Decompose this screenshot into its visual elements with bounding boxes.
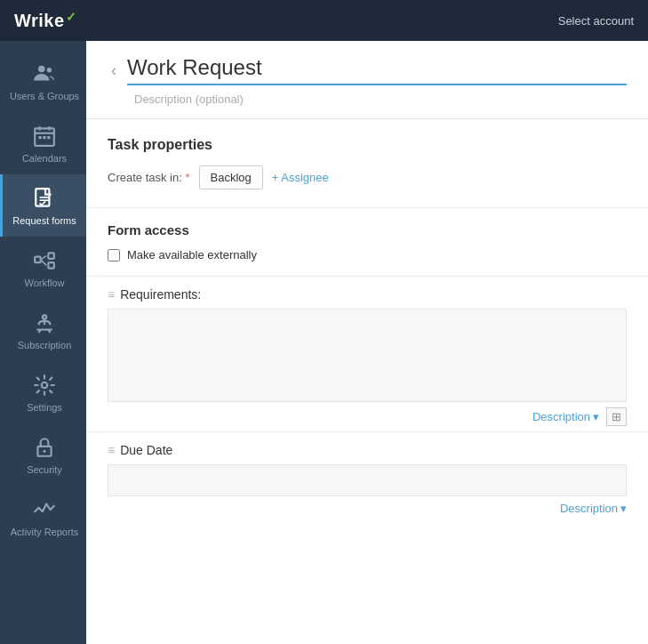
sidebar: Users & Groups Calendars [0, 41, 86, 644]
make-available-externally-label[interactable]: Make available externally [127, 248, 257, 262]
calendar-icon [31, 123, 58, 149]
required-indicator: * [185, 171, 189, 184]
table-icon-button[interactable]: ⊞ [606, 407, 627, 426]
svg-line-16 [41, 260, 47, 266]
sidebar-item-label: Activity Reports [11, 527, 78, 537]
workflow-icon [31, 247, 58, 274]
main-layout: Users & Groups Calendars [0, 41, 648, 644]
select-account-button[interactable]: Select account [558, 14, 634, 28]
make-available-externally-checkbox[interactable] [108, 249, 120, 262]
task-properties-title: Task properties [108, 137, 627, 153]
create-task-label: Create task in: * [108, 171, 190, 184]
form-title: Work Request [127, 55, 627, 85]
description-dropdown-label: Description [532, 410, 590, 423]
due-date-input[interactable] [108, 464, 627, 496]
form-header: ‹ Work Request Description (optional) [86, 41, 648, 119]
svg-rect-7 [43, 136, 45, 139]
sidebar-item-label: Calendars [22, 153, 67, 164]
form-access-section: Form access Make available externally [86, 208, 648, 277]
requirements-section: ≡ Requirements: Description ▾ ⊞ [86, 277, 648, 432]
security-icon [31, 434, 58, 461]
svg-rect-14 [48, 262, 54, 269]
settings-icon [31, 372, 58, 398]
req-header: ≡ Requirements: [108, 287, 627, 302]
svg-rect-8 [47, 136, 50, 139]
form-icon [31, 185, 58, 212]
sidebar-item-label: Request forms [12, 215, 76, 226]
requirements-textarea[interactable] [108, 309, 627, 402]
due-description-dropdown-label: Description [560, 502, 618, 515]
due-date-label: Due Date [120, 443, 172, 457]
sidebar-item-label: Users & Groups [10, 91, 79, 101]
sidebar-item-calendars[interactable]: Calendars [0, 112, 86, 174]
sidebar-item-request-forms[interactable]: Request forms [0, 174, 86, 237]
wrike-logo: Wrike✓ [14, 11, 76, 31]
back-button[interactable]: ‹ [108, 60, 120, 80]
svg-point-22 [42, 382, 48, 389]
requirements-description-dropdown[interactable]: Description ▾ [532, 410, 599, 423]
assignee-button[interactable]: + Assignee [272, 171, 329, 184]
svg-rect-13 [48, 253, 54, 259]
svg-point-24 [43, 450, 45, 453]
logo-checkmark: ✓ [66, 10, 77, 24]
backlog-button[interactable]: Backlog [199, 165, 263, 189]
sidebar-item-settings[interactable]: Settings [0, 361, 86, 423]
sidebar-item-label: Workflow [24, 278, 64, 288]
create-task-text: Create task in: [108, 171, 182, 184]
drag-handle-requirements[interactable]: ≡ [108, 287, 115, 302]
chevron-down-icon: ▾ [620, 502, 627, 515]
sidebar-item-security[interactable]: Security [0, 423, 86, 486]
sidebar-item-label: Settings [27, 402, 62, 413]
users-icon [31, 60, 58, 87]
svg-rect-6 [39, 136, 42, 139]
due-date-section: ≡ Due Date Description ▾ [86, 432, 648, 520]
chevron-down-icon: ▾ [593, 410, 599, 423]
requirements-label: Requirements: [120, 287, 201, 302]
sidebar-item-subscription[interactable]: Subscription [0, 299, 86, 361]
due-date-footer: Description ▾ [108, 496, 627, 520]
checkbox-row: Make available externally [108, 248, 627, 262]
svg-point-17 [43, 315, 46, 318]
logo-text: Wrike [14, 11, 65, 31]
activity-icon [31, 496, 58, 523]
due-date-description-dropdown[interactable]: Description ▾ [560, 502, 627, 515]
task-properties-section: Task properties Create task in: * Backlo… [86, 119, 648, 208]
top-bar: Wrike✓ Select account [0, 0, 648, 41]
svg-point-0 [38, 66, 45, 73]
sidebar-item-users-groups[interactable]: Users & Groups [0, 50, 86, 112]
form-description-placeholder[interactable]: Description (optional) [108, 85, 627, 118]
requirements-footer: Description ▾ ⊞ [108, 402, 627, 431]
form-access-title: Form access [108, 222, 627, 237]
sidebar-item-label: Subscription [18, 340, 72, 350]
sidebar-item-label: Security [27, 464, 62, 475]
sidebar-item-activity-reports[interactable]: Activity Reports [0, 486, 86, 548]
svg-rect-12 [35, 257, 41, 263]
content-area: ‹ Work Request Description (optional) Ta… [86, 41, 648, 644]
svg-point-1 [47, 68, 52, 72]
sidebar-item-workflow[interactable]: Workflow [0, 237, 86, 299]
drag-handle-due-date[interactable]: ≡ [108, 443, 115, 457]
back-title-row: ‹ Work Request [108, 55, 627, 85]
task-props-row: Create task in: * Backlog + Assignee [108, 165, 627, 189]
due-date-header: ≡ Due Date [108, 443, 627, 457]
subscription-icon [31, 310, 58, 336]
